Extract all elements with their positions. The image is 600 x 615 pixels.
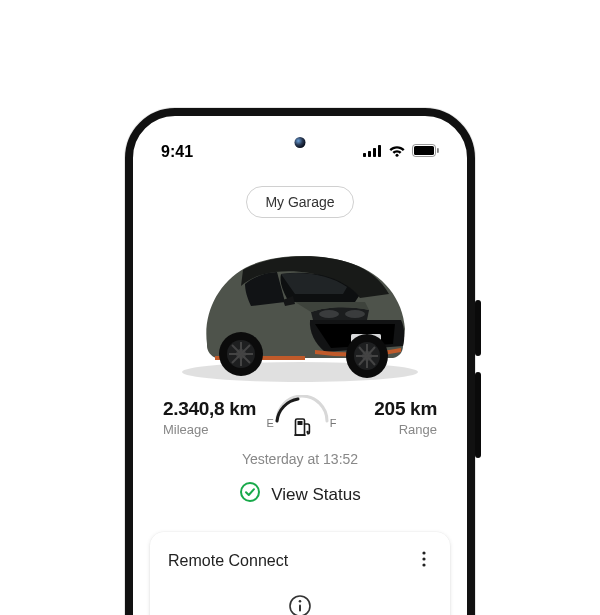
fuel-pump-icon <box>293 417 311 439</box>
svg-point-29 <box>306 431 308 433</box>
fuel-full-label: F <box>330 417 337 439</box>
svg-rect-36 <box>299 605 301 612</box>
view-status-label: View Status <box>271 485 360 505</box>
info-circle-icon[interactable] <box>288 594 312 615</box>
svg-point-33 <box>422 563 425 566</box>
range-label: Range <box>347 422 437 437</box>
svg-rect-0 <box>363 153 366 157</box>
svg-point-31 <box>422 551 425 554</box>
mileage-stat: 2.340,8 km Mileage <box>163 398 256 437</box>
phone-side-button-2 <box>475 372 481 458</box>
svg-rect-28 <box>294 434 306 436</box>
fuel-empty-label: E <box>267 417 274 439</box>
svg-point-4 <box>396 154 399 157</box>
svg-rect-3 <box>378 145 381 157</box>
wifi-icon <box>388 143 406 161</box>
svg-point-35 <box>299 600 302 603</box>
last-updated: Yesterday at 13:52 <box>242 451 358 467</box>
svg-rect-2 <box>373 148 376 157</box>
range-value: 205 km <box>347 398 437 420</box>
status-indicators <box>363 143 439 161</box>
svg-rect-1 <box>368 151 371 157</box>
view-status-button[interactable]: View Status <box>239 481 360 508</box>
svg-point-30 <box>241 483 259 501</box>
range-stat: 205 km Range <box>347 398 437 437</box>
phone-side-button-1 <box>475 300 481 356</box>
svg-point-10 <box>345 310 365 318</box>
my-garage-button[interactable]: My Garage <box>246 186 353 218</box>
svg-rect-6 <box>414 146 434 155</box>
svg-point-32 <box>422 557 425 560</box>
status-time: 9:41 <box>161 143 193 161</box>
check-circle-icon <box>239 481 261 508</box>
svg-rect-27 <box>297 421 302 425</box>
more-vert-icon[interactable] <box>416 550 432 572</box>
front-camera <box>295 137 306 148</box>
svg-rect-7 <box>437 148 439 153</box>
vehicle-image: AYGO X <box>155 224 445 389</box>
cellular-icon <box>363 143 382 161</box>
fuel-gauge: E F <box>267 395 337 439</box>
mileage-label: Mileage <box>163 422 256 437</box>
remote-connect-title: Remote Connect <box>168 552 288 570</box>
remote-connect-card: Remote Connect <box>150 532 450 615</box>
battery-icon <box>412 143 439 161</box>
mileage-value: 2.340,8 km <box>163 398 256 420</box>
svg-point-9 <box>319 310 339 318</box>
phone-frame: 9:41 <box>125 108 475 615</box>
